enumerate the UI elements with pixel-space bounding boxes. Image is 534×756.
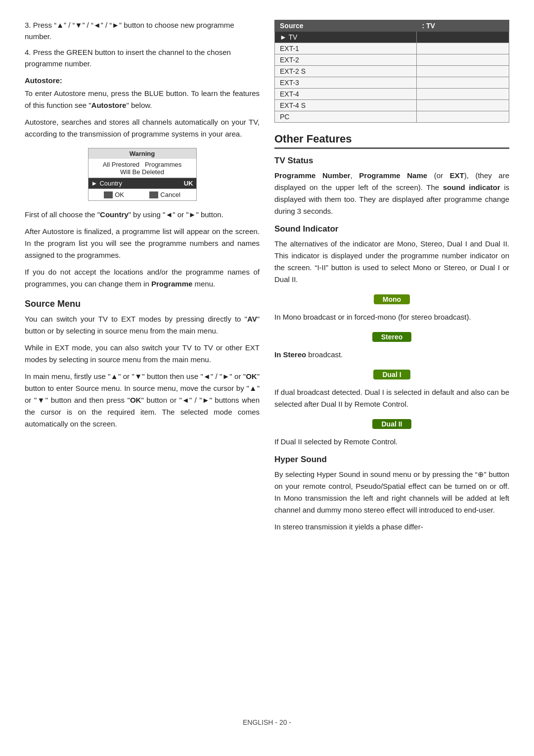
ext3-label: EXT-3 [275,77,417,89]
dual1-pill: Dual I [373,370,410,379]
ok-label: OK [115,191,124,198]
page: 3. Press “▲” / “▼” / “◄” / “►” button to… [0,0,534,756]
ext1-label: EXT-1 [275,43,417,54]
warning-message: All Prestored Programmes Will Be Deleted [89,159,196,178]
after-warning-para-3: If you do not accept the locations and/o… [25,266,260,290]
country-bold: Country [100,210,129,219]
right-column: Source : TV ► TV EXT-1 EXT-2 [274,20,509,704]
source-para-3: In main menu, firstly use "▲" or "▼" but… [25,371,260,430]
in-stereo-bold: In Stereo [274,350,306,359]
dual2-pill: Dual II [372,419,411,429]
source-table: Source : TV ► TV EXT-1 EXT-2 [274,20,509,123]
warning-line-2: Will Be Deleted [91,168,193,176]
source-row-ext3[interactable]: EXT-3 [275,77,509,89]
programme-bold: Programme [151,280,192,288]
tv-status-para: Programme Number, Programme Name (or EXT… [274,170,509,217]
other-features-title: Other Features [274,133,509,149]
warning-line-1: All Prestored Programmes [91,161,193,168]
tv-value-cell [417,32,509,43]
left-column: 3. Press “▲” / “▼” / “◄” / “►” button to… [25,20,260,704]
tv-col-header: : TV [417,20,509,32]
pc-label: PC [275,111,417,123]
hyper-sound-heading: Hyper Sound [274,455,509,465]
ok-bold: OK [246,372,257,380]
warning-buttons-row: OK Cancel [89,189,196,200]
step-3: 3. Press “▲” / “▼” / “◄” / “►” button to… [25,20,260,42]
dual2-para: If Dual II selected by Remote Control. [274,436,509,448]
step-4: 4. Press the GREEN button to insert the … [25,47,260,69]
ext1-value [417,43,509,54]
autostore-bold: Autostore [91,101,127,109]
autostore-para-2: Autostore, searches and stores all chann… [25,116,260,140]
source-row-pc[interactable]: PC [275,111,509,123]
mono-pill-row: Mono [274,290,509,308]
dual2-pill-row: Dual II [274,415,509,433]
ext4s-value [417,100,509,111]
pc-value [417,111,509,123]
autostore-heading: Autostore: [25,76,260,85]
step-4-number: 4. [25,48,33,56]
ext4-label: EXT-4 [275,89,417,100]
sound-indicator-para: The alternatives of the indicator are Mo… [274,238,509,285]
ok-bold-2: OK [130,396,141,404]
source-row-ext4[interactable]: EXT-4 [275,89,509,100]
source-menu-heading: Source Menu [25,299,260,309]
source-row-ext2s[interactable]: EXT-2 S [275,66,509,77]
source-row-tv[interactable]: ► TV [275,32,509,43]
ext3-value [417,77,509,89]
stereo-pill-row: Stereo [274,328,509,346]
ext2s-value [417,66,509,77]
source-para-1: You can switch your TV to EXT modes by p… [25,313,260,337]
hyper-sound-para-2: In stereo transmission it yields a phase… [274,521,509,533]
source-row-ext4s[interactable]: EXT-4 S [275,100,509,111]
ext-bold: EXT [450,171,464,180]
warning-title: Warning [89,148,196,159]
country-value: UK [184,180,193,187]
cancel-box [149,191,158,198]
ext4s-label: EXT-4 S [275,100,417,111]
ext2-label: EXT-2 [275,54,417,66]
mono-pill: Mono [374,294,410,304]
ext2s-label: EXT-2 S [275,66,417,77]
cancel-label: Cancel [160,191,180,198]
cancel-button[interactable]: Cancel [149,191,180,198]
ok-box [104,191,113,198]
step-3-text: Press “▲” / “▼” / “◄” / “►” button to ch… [25,21,234,41]
after-warning-para-2: After Autostore is finalized, a programm… [25,226,260,261]
two-column-layout: 3. Press “▲” / “▼” / “◄” / “►” button to… [25,20,509,704]
av-bold: AV [247,315,257,323]
dual1-para: If dual broadcast detected. Dual I is se… [274,386,509,410]
warning-box: Warning All Prestored Programmes Will Be… [88,148,197,201]
dual1-pill-row: Dual I [274,366,509,383]
source-para-2: While in EXT mode, you can also switch y… [25,342,260,366]
mono-para: In Mono broadcast or in forced-mono (for… [274,311,509,323]
stereo-para: In Stereo broadcast. [274,349,509,361]
step-4-text: Press the GREEN button to insert the cha… [25,48,231,68]
ok-button[interactable]: OK [104,191,124,198]
footer: ENGLISH - 20 - [25,718,509,726]
source-table-header: Source : TV [275,20,509,32]
after-warning-para-1: First of all choose the "Country" by usi… [25,209,260,221]
ext4-value [417,89,509,100]
ext2-value [417,54,509,66]
warning-country-row: ► Country UK [89,178,196,189]
stereo-pill: Stereo [372,332,412,342]
programme-number-bold: Programme Number [274,171,351,180]
source-col-header: Source [275,20,417,32]
arrow-icon: ► [91,180,98,187]
source-row-ext2[interactable]: EXT-2 [275,54,509,66]
country-label: Country [99,180,183,187]
sound-indicator-bold: sound indicator [443,183,500,191]
source-row-ext1[interactable]: EXT-1 [275,43,509,54]
hyper-sound-para: By selecting Hyper Sound in sound menu o… [274,469,509,516]
step-3-number: 3. [25,21,33,29]
tv-arrow-cell: ► TV [275,32,417,43]
tv-status-heading: TV Status [274,156,509,166]
autostore-para-1: To enter Autostore menu, press the BLUE … [25,88,260,111]
sound-indicator-heading: Sound Indicator [274,224,509,234]
programme-name-bold: Programme Name [359,171,427,180]
